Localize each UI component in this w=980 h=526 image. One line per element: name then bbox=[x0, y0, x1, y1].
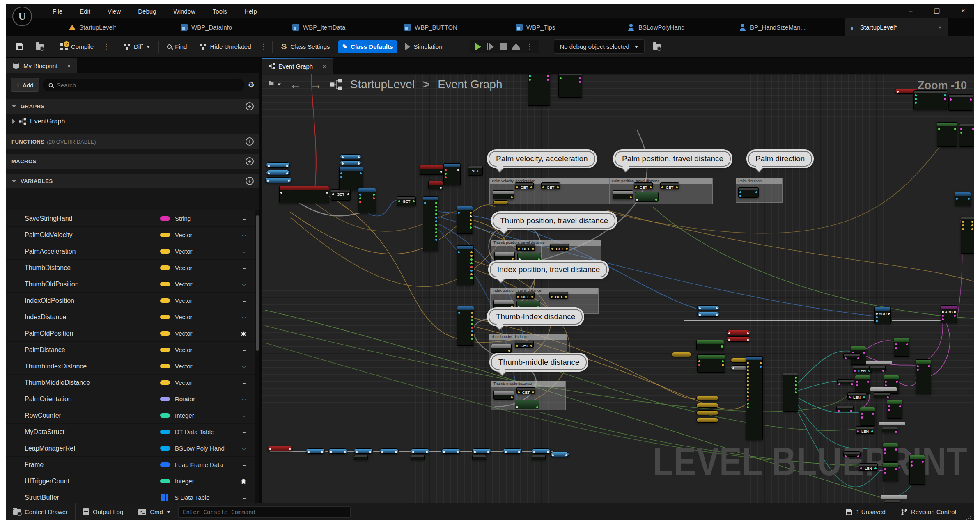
blueprint-node[interactable] bbox=[916, 359, 931, 394]
blueprint-node[interactable] bbox=[358, 188, 376, 213]
variable-row[interactable]: ThumbDistance Vector ⌣ bbox=[6, 260, 255, 276]
variable-pill-node[interactable] bbox=[696, 403, 718, 408]
blueprint-node[interactable]: GET bbox=[516, 244, 535, 251]
blueprint-node[interactable] bbox=[948, 94, 973, 111]
menu-item[interactable]: Debug bbox=[132, 6, 162, 16]
blueprint-node[interactable] bbox=[961, 217, 974, 254]
reroute-bar-node[interactable] bbox=[879, 422, 905, 425]
variable-visibility-eye-icon[interactable]: ⌣ bbox=[242, 264, 246, 272]
variable-pill-node[interactable] bbox=[696, 418, 718, 423]
variable-pill-node[interactable] bbox=[354, 448, 373, 454]
variable-pill-node[interactable] bbox=[672, 352, 691, 357]
lerp-node[interactable] bbox=[635, 192, 659, 202]
save-button[interactable] bbox=[12, 40, 28, 53]
blueprint-node[interactable] bbox=[472, 455, 486, 460]
blueprint-node[interactable] bbox=[874, 392, 890, 398]
asset-tab[interactable]: StartupLevel* × bbox=[63, 18, 175, 36]
blueprint-node[interactable]: GET bbox=[660, 182, 679, 189]
variable-pill-node[interactable] bbox=[550, 452, 569, 457]
comment-bubble[interactable]: Thumb-middle distance bbox=[491, 354, 587, 370]
blueprint-node[interactable]: GET bbox=[516, 292, 535, 299]
variable-row[interactable]: PalmOrientation Rotator ⌣ bbox=[6, 391, 255, 407]
blueprint-node[interactable] bbox=[884, 500, 900, 503]
asset-tab[interactable]: BSLowPolyHand × bbox=[622, 18, 733, 36]
variable-visibility-eye-icon[interactable]: ⌣ bbox=[242, 445, 246, 452]
blueprint-node[interactable]: LEN bbox=[859, 463, 878, 471]
blueprint-node[interactable] bbox=[279, 186, 329, 203]
comment-bubble[interactable]: Index position, travel distance bbox=[490, 262, 607, 277]
nav-back-icon[interactable]: ← bbox=[289, 78, 302, 91]
blueprint-node[interactable] bbox=[493, 190, 514, 199]
blueprint-node[interactable]: SET bbox=[331, 189, 351, 201]
panel-close-icon[interactable]: × bbox=[67, 62, 71, 69]
menu-item[interactable]: View bbox=[102, 6, 126, 16]
asset-tab[interactable]: WBP_DataInfo × bbox=[175, 18, 287, 36]
variable-pill-node[interactable] bbox=[340, 154, 361, 159]
blueprint-node[interactable]: GET bbox=[634, 182, 653, 189]
variable-row[interactable]: PalmOldPosition Vector ◉ bbox=[6, 325, 255, 342]
menu-item[interactable]: Edit bbox=[74, 6, 96, 16]
variable-row[interactable]: RowCounter Integer ⌣ bbox=[6, 407, 255, 424]
variable-visibility-eye-icon[interactable]: ⌣ bbox=[242, 428, 246, 436]
variable-visibility-eye-icon[interactable]: ⌣ bbox=[242, 379, 246, 386]
blueprint-node[interactable] bbox=[354, 455, 368, 460]
variable-row[interactable]: ThumbIndexDistance Vector ⌣ bbox=[6, 358, 255, 375]
variable-visibility-eye-icon[interactable]: ⌣ bbox=[242, 231, 246, 239]
unsaved-indicator[interactable]: 1 Unsaved bbox=[838, 503, 893, 520]
asset-tab[interactable]: WBP_BUTTON × bbox=[398, 18, 510, 36]
variable-visibility-eye-icon[interactable]: ◉ bbox=[241, 477, 246, 485]
add-variable-icon[interactable]: + bbox=[246, 177, 254, 185]
blueprint-node[interactable]: LEN bbox=[856, 426, 874, 434]
variable-pill-node[interactable] bbox=[493, 200, 508, 204]
comment-bubble[interactable]: Thumb position, travel distance bbox=[493, 213, 615, 229]
lerp-node[interactable] bbox=[515, 400, 539, 409]
variable-pill-node[interactable] bbox=[696, 396, 718, 400]
variable-pill-node[interactable] bbox=[380, 448, 399, 454]
nav-forward-icon[interactable]: → bbox=[310, 78, 322, 91]
variable-row[interactable]: PalmOldVelocity Vector ⌣ bbox=[6, 227, 255, 243]
blueprint-node[interactable] bbox=[836, 406, 854, 411]
variable-visibility-eye-icon[interactable]: ⌣ bbox=[242, 396, 246, 403]
blueprint-node[interactable] bbox=[738, 187, 759, 198]
blueprint-node[interactable] bbox=[869, 366, 886, 371]
blueprint-node[interactable] bbox=[558, 74, 582, 98]
asset-tab[interactable]: WBP_ItemData × bbox=[287, 18, 398, 36]
variable-pill-node[interactable] bbox=[266, 162, 290, 168]
menu-item[interactable]: Help bbox=[239, 6, 263, 16]
blueprint-node[interactable] bbox=[428, 181, 443, 189]
blueprint-node[interactable] bbox=[423, 196, 438, 251]
menu-item[interactable]: Tools bbox=[207, 6, 233, 16]
blueprint-node[interactable]: GET bbox=[515, 341, 534, 348]
variable-row[interactable]: StructBuffer S Data Table ⌣ bbox=[6, 489, 255, 503]
blueprint-node[interactable] bbox=[937, 122, 957, 147]
add-macro-icon[interactable]: + bbox=[246, 157, 254, 165]
simulation-button[interactable]: Simulation bbox=[401, 40, 446, 53]
variable-visibility-eye-icon[interactable]: ⌣ bbox=[242, 313, 246, 321]
blueprint-node[interactable] bbox=[443, 163, 461, 185]
cmd-dropdown[interactable]: >_Cmd bbox=[131, 503, 178, 520]
variable-visibility-eye-icon[interactable]: ⌣ bbox=[242, 281, 246, 288]
variable-pill-node[interactable] bbox=[727, 336, 750, 342]
hide-unrelated-button[interactable]: Hide Unrelated bbox=[195, 40, 255, 53]
variable-pill-node[interactable] bbox=[503, 448, 522, 454]
asset-tab[interactable]: BP_HandSizeMan... × bbox=[733, 18, 845, 36]
eject-icon[interactable] bbox=[512, 43, 520, 50]
play-options-icon[interactable]: ⋮ bbox=[526, 42, 534, 51]
comment-bubble[interactable]: Palm velocity, acceleration bbox=[489, 151, 595, 167]
blueprint-node[interactable] bbox=[528, 74, 550, 106]
console-command-input[interactable] bbox=[178, 506, 351, 518]
blueprint-node[interactable] bbox=[491, 344, 512, 353]
variable-pill-node[interactable] bbox=[696, 410, 718, 415]
tab-close-icon[interactable]: × bbox=[322, 63, 326, 70]
blueprint-node[interactable] bbox=[411, 455, 425, 460]
find-button[interactable]: Find bbox=[163, 40, 191, 53]
macros-section-header[interactable]: MACROS + bbox=[6, 154, 259, 169]
comment-bubble[interactable]: Palm position, travel distance bbox=[615, 151, 731, 167]
blueprint-node[interactable] bbox=[883, 443, 898, 462]
blueprint-node[interactable] bbox=[909, 455, 925, 485]
graph-canvas[interactable]: ⚑ ← → StartupLevel > Event Graph Zoom -1… bbox=[262, 74, 974, 503]
blueprint-node[interactable] bbox=[855, 375, 870, 394]
variable-row[interactable]: MyDataStruct DT Data Table ⌣ bbox=[6, 424, 255, 440]
variable-visibility-eye-icon[interactable]: ⌣ bbox=[242, 248, 246, 255]
variable-row[interactable]: LeapManagerRef BSLow Poly Hand ⌣ bbox=[6, 440, 255, 457]
